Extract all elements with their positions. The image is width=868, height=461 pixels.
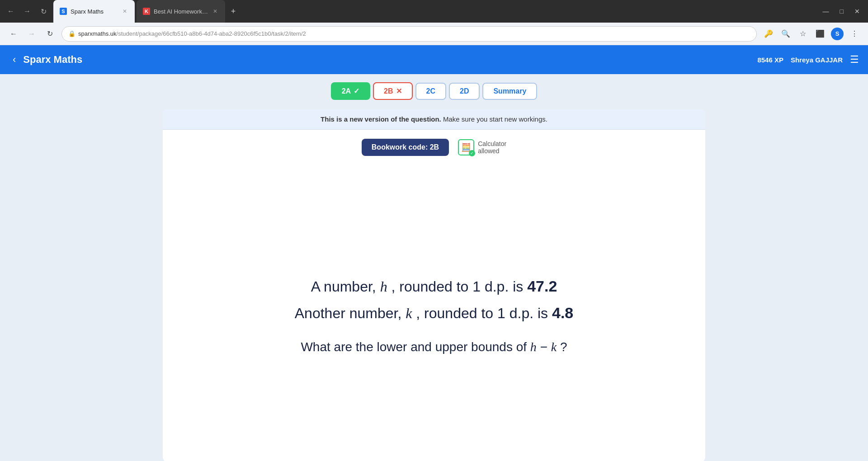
password-icon-btn[interactable]: 🔑 — [762, 28, 775, 40]
line2-post: , rounded to 1 d.p. is — [416, 305, 552, 321]
browser-nav-controls: ← → ↻ — [5, 5, 50, 18]
maximize-btn[interactable]: □ — [836, 6, 847, 17]
line1-num: 47.2 — [527, 278, 557, 295]
back-btn[interactable]: ← — [7, 28, 20, 40]
calculator-text: Calculator allowed — [478, 140, 506, 155]
question-line-2: Another number, k , rounded to 1 d.p. is… — [295, 304, 573, 322]
main-content: This is a new version of the question. M… — [0, 104, 868, 461]
back-nav-btn[interactable]: ← — [5, 5, 17, 18]
calculator-icon: 🧮 ✓ — [458, 139, 474, 155]
task-tab-2a[interactable]: 2A ✓ — [331, 82, 370, 100]
browser-icons: 🔑 🔍 ☆ ⬛ S ⋮ — [762, 28, 861, 40]
tab-bar: S Sparx Maths ✕ K Best AI Homework Helpe… — [53, 0, 816, 23]
task-tab-2d[interactable]: 2D — [449, 83, 480, 100]
question-post: ? — [560, 340, 567, 354]
bookmark-btn[interactable]: ☆ — [797, 28, 809, 40]
task-tab-2d-label: 2D — [460, 87, 469, 95]
task-tab-2b[interactable]: 2B ✕ — [373, 82, 412, 100]
close-btn[interactable]: ✕ — [851, 6, 863, 17]
app-back-btn[interactable]: ‹ — [9, 50, 19, 69]
calculator-label: Calculator — [478, 140, 506, 147]
bookwork-row: Bookwork code: 2B 🧮 ✓ Calculator allowed — [163, 130, 705, 160]
tab-close-sparx[interactable]: ✕ — [121, 8, 128, 15]
xp-display: 8546 XP — [757, 56, 783, 64]
task-tab-2c-label: 2C — [426, 87, 435, 95]
hamburger-menu-icon[interactable]: ☰ — [850, 54, 859, 66]
question-line-1: A number, h , rounded to 1 d.p. is 47.2 — [311, 278, 557, 295]
line1-post: , rounded to 1 d.p. is — [392, 278, 528, 295]
app-header: ‹ Sparx Maths 8546 XP Shreya GAJJAR ☰ — [0, 45, 868, 74]
browser-chrome: ← → ↻ S Sparx Maths ✕ K Best AI Homework… — [0, 0, 868, 23]
new-tab-button[interactable]: + — [227, 5, 240, 18]
reload-btn[interactable]: ↻ — [37, 5, 50, 18]
tab-favicon-ai: K — [143, 8, 150, 15]
line1-pre: A number, — [311, 278, 380, 295]
task-tab-2a-check: ✓ — [354, 87, 359, 95]
task-tab-2b-label: 2B — [384, 87, 393, 95]
more-options-btn[interactable]: ⋮ — [848, 28, 861, 40]
question-what: What are the lower and upper bounds of h… — [301, 340, 567, 354]
address-domain: sparxmaths.uk/student/package/66cfb510-a… — [78, 30, 306, 37]
banner-bold-text: This is a new version of the question. — [321, 115, 441, 123]
tab-close-ai[interactable]: ✕ — [212, 8, 219, 15]
line2-num: 4.8 — [552, 304, 573, 321]
header-right: 8546 XP Shreya GAJJAR ☰ — [757, 54, 859, 66]
banner-normal-text: Make sure you start new workings. — [443, 115, 547, 123]
calculator-allowed-label: allowed — [478, 147, 506, 155]
tab-favicon-sparx: S — [60, 8, 67, 15]
app-title: Sparx Maths — [23, 54, 82, 66]
profile-circle[interactable]: S — [831, 28, 844, 40]
task-tab-2c[interactable]: 2C — [415, 83, 446, 100]
task-tabs: 2A ✓ 2B ✕ 2C 2D Summary — [0, 74, 868, 104]
task-tab-2a-label: 2A — [342, 87, 351, 95]
question-pre: What are the lower and upper bounds of — [301, 340, 530, 354]
question-body: A number, h , rounded to 1 d.p. is 47.2 … — [163, 160, 705, 461]
bookwork-badge: Bookwork code: 2B — [362, 139, 449, 156]
question-card: This is a new version of the question. M… — [163, 109, 705, 461]
question-minus: − — [540, 340, 551, 354]
line2-var: k — [406, 305, 412, 321]
calc-check-icon: ✓ — [469, 150, 475, 156]
line1-var: h — [380, 278, 387, 295]
tab-ai-helper[interactable]: K Best AI Homework Helper for A ✕ — [137, 0, 225, 23]
tab-sparx-maths[interactable]: S Sparx Maths ✕ — [53, 0, 135, 23]
tab-title-sparx: Sparx Maths — [71, 8, 104, 15]
new-version-banner: This is a new version of the question. M… — [163, 109, 705, 130]
reload-page-btn[interactable]: ↻ — [43, 28, 56, 40]
task-tab-summary-label: Summary — [493, 87, 526, 95]
tab-title-ai: Best AI Homework Helper for A — [154, 8, 208, 15]
forward-btn[interactable]: → — [25, 28, 38, 40]
zoom-btn[interactable]: 🔍 — [779, 28, 792, 40]
calculator-allowed: 🧮 ✓ Calculator allowed — [458, 139, 506, 155]
task-tab-2b-x: ✕ — [396, 87, 402, 95]
address-bar-row: ← → ↻ 🔒 sparxmaths.uk/student/package/66… — [0, 23, 868, 45]
window-controls: — □ ✕ — [819, 6, 863, 17]
task-tab-summary[interactable]: Summary — [482, 83, 537, 100]
question-expr-k: k — [551, 340, 557, 354]
address-field[interactable]: 🔒 sparxmaths.uk/student/package/66cfb510… — [61, 26, 757, 42]
user-name: Shreya GAJJAR — [791, 56, 843, 64]
forward-nav-btn[interactable]: → — [21, 5, 33, 18]
minimize-btn[interactable]: — — [819, 6, 833, 17]
sidebar-btn[interactable]: ⬛ — [814, 28, 826, 40]
question-expr: h — [530, 340, 537, 354]
line2-pre: Another number, — [295, 305, 406, 321]
